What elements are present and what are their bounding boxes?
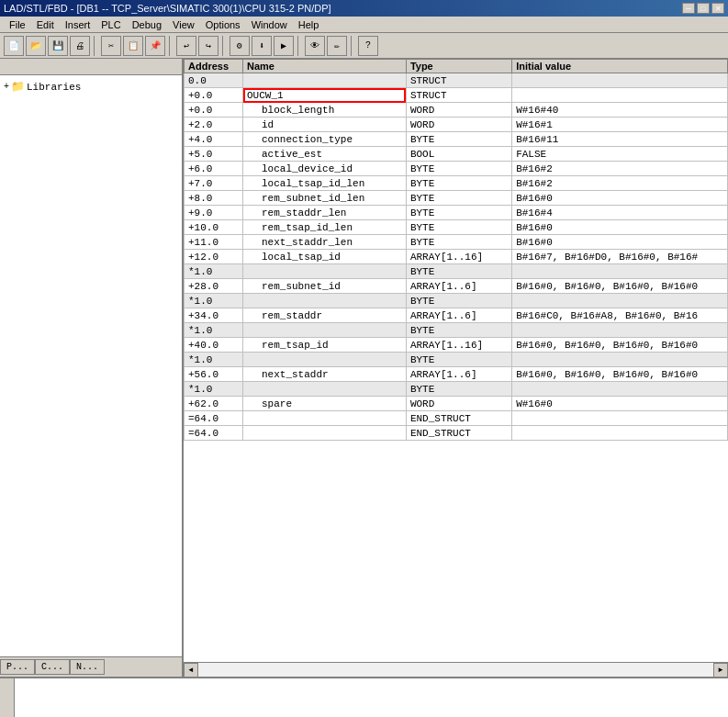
cell-name[interactable]	[243, 411, 407, 426]
cell-type: WORD	[406, 103, 511, 118]
expand-icon[interactable]: +	[4, 82, 9, 92]
cell-name[interactable]: rem_tsap_id_len	[243, 220, 407, 235]
menu-file[interactable]: File	[4, 18, 31, 31]
menu-view[interactable]: View	[167, 18, 200, 31]
separator-4	[297, 36, 301, 56]
cell-name[interactable]: rem_subnet_id	[243, 279, 407, 294]
cell-name[interactable]	[243, 264, 407, 279]
cell-name[interactable]: OUCW_1	[243, 88, 407, 103]
cell-address: +0.0	[185, 103, 243, 118]
table-row[interactable]: *1.0BYTE	[185, 323, 728, 338]
cell-value: B#16#4	[512, 206, 728, 220]
data-table-container[interactable]: Address Name Type Initial value 0.0STRUC…	[184, 59, 728, 662]
run-button[interactable]: ▶	[274, 36, 294, 56]
menu-debug[interactable]: Debug	[127, 18, 167, 31]
table-row[interactable]: +0.0OUCW_1STRUCT	[185, 88, 728, 103]
cell-name[interactable]	[243, 323, 407, 338]
table-row[interactable]: +12.0local_tsap_idARRAY[1..16]B#16#7, B#…	[185, 250, 728, 264]
tab-p[interactable]: P...	[0, 659, 35, 675]
print-button[interactable]: 🖨	[70, 36, 90, 56]
table-row[interactable]: +5.0active_estBOOLFALSE	[185, 147, 728, 162]
cut-button[interactable]: ✂	[101, 36, 121, 56]
tree-item-libraries[interactable]: + 📁 Libraries	[4, 79, 178, 95]
maximize-button[interactable]: □	[697, 3, 710, 14]
table-row[interactable]: =64.0END_STRUCT	[185, 411, 728, 426]
cell-name[interactable]	[243, 382, 407, 397]
cell-name[interactable]: rem_staddr_len	[243, 206, 407, 220]
help-button[interactable]: ?	[358, 36, 378, 56]
save-button[interactable]: 💾	[48, 36, 68, 56]
table-row[interactable]: +56.0next_staddrARRAY[1..6]B#16#0, B#16#…	[185, 367, 728, 382]
cell-address: +62.0	[185, 397, 243, 411]
folder-icon: 📁	[11, 80, 25, 94]
menu-insert[interactable]: Insert	[60, 18, 96, 31]
monitor-button[interactable]: 👁	[305, 36, 325, 56]
table-row[interactable]: +2.0idWORDW#16#1	[185, 118, 728, 132]
cell-type: WORD	[406, 397, 511, 411]
separator-1	[94, 36, 97, 56]
table-row[interactable]: +11.0next_staddr_lenBYTEB#16#0	[185, 235, 728, 250]
cell-name[interactable]	[243, 426, 407, 441]
table-row[interactable]: +34.0rem_staddrARRAY[1..6]B#16#C0, B#16#…	[185, 308, 728, 323]
cell-name[interactable]: next_staddr	[243, 367, 407, 382]
table-row[interactable]: +6.0local_device_idBYTEB#16#2	[185, 162, 728, 176]
scroll-right-btn[interactable]: ►	[713, 663, 728, 678]
table-row[interactable]: +0.0block_lengthWORDW#16#40	[185, 103, 728, 118]
table-row[interactable]: +10.0rem_tsap_id_lenBYTEB#16#0	[185, 220, 728, 235]
cell-name[interactable]: next_staddr_len	[243, 235, 407, 250]
cell-type: BYTE	[406, 191, 511, 206]
horizontal-scrollbar[interactable]: ◄ ►	[184, 662, 728, 677]
cell-name[interactable]: rem_staddr	[243, 308, 407, 323]
cell-value	[512, 323, 728, 338]
table-row[interactable]: +4.0connection_typeBYTEB#16#11	[185, 132, 728, 147]
lower-code-section: ◄	[0, 677, 728, 717]
table-row[interactable]: *1.0BYTE	[185, 264, 728, 279]
cell-name[interactable]	[243, 73, 407, 88]
cell-name[interactable]: local_tsap_id	[243, 250, 407, 264]
menu-options[interactable]: Options	[200, 18, 246, 31]
minimize-button[interactable]: ─	[682, 3, 695, 14]
cell-name[interactable]: spare	[243, 397, 407, 411]
cell-name[interactable]: rem_tsap_id	[243, 338, 407, 353]
download-button[interactable]: ⬇	[252, 36, 272, 56]
redo-button[interactable]: ↪	[198, 36, 218, 56]
copy-button[interactable]: 📋	[123, 36, 143, 56]
table-row[interactable]: *1.0BYTE	[185, 353, 728, 367]
menu-help[interactable]: Help	[293, 18, 325, 31]
scroll-track[interactable]	[198, 663, 713, 678]
table-row[interactable]: +9.0rem_staddr_lenBYTEB#16#4	[185, 206, 728, 220]
table-row[interactable]: +62.0spareWORDW#16#0	[185, 397, 728, 411]
table-row[interactable]: =64.0END_STRUCT	[185, 426, 728, 441]
open-button[interactable]: 📂	[26, 36, 46, 56]
tab-c[interactable]: C...	[35, 659, 70, 675]
menu-plc[interactable]: PLC	[95, 18, 126, 31]
table-row[interactable]: *1.0BYTE	[185, 382, 728, 397]
menu-edit[interactable]: Edit	[31, 18, 60, 31]
compile-button[interactable]: ⚙	[230, 36, 250, 56]
undo-button[interactable]: ↩	[176, 36, 196, 56]
menu-window[interactable]: Window	[246, 18, 293, 31]
cell-name[interactable]: id	[243, 118, 407, 132]
table-row[interactable]: +7.0local_tsap_id_lenBYTEB#16#2	[185, 176, 728, 191]
table-row[interactable]: +8.0rem_subnet_id_lenBYTEB#16#0	[185, 191, 728, 206]
close-button[interactable]: ✕	[711, 3, 724, 14]
modify-button[interactable]: ✏	[327, 36, 347, 56]
table-row[interactable]: 0.0STRUCT	[185, 73, 728, 88]
tab-n[interactable]: N...	[70, 659, 105, 675]
paste-button[interactable]: 📌	[145, 36, 165, 56]
table-row[interactable]: +40.0rem_tsap_idARRAY[1..16]B#16#0, B#16…	[185, 338, 728, 353]
table-row[interactable]: *1.0BYTE	[185, 294, 728, 308]
new-button[interactable]: 📄	[4, 36, 24, 56]
scroll-left-btn[interactable]: ◄	[184, 663, 198, 678]
table-row[interactable]: +28.0rem_subnet_idARRAY[1..6]B#16#0, B#1…	[185, 279, 728, 294]
cell-name[interactable]	[243, 353, 407, 367]
cell-name[interactable]: active_est	[243, 147, 407, 162]
cell-value	[512, 264, 728, 279]
cell-name[interactable]: connection_type	[243, 132, 407, 147]
cell-name[interactable]	[243, 294, 407, 308]
cell-name[interactable]: local_tsap_id_len	[243, 176, 407, 191]
cell-name[interactable]: local_device_id	[243, 162, 407, 176]
cell-name[interactable]: block_length	[243, 103, 407, 118]
left-panel-content: + 📁 Libraries	[0, 75, 182, 656]
cell-name[interactable]: rem_subnet_id_len	[243, 191, 407, 206]
